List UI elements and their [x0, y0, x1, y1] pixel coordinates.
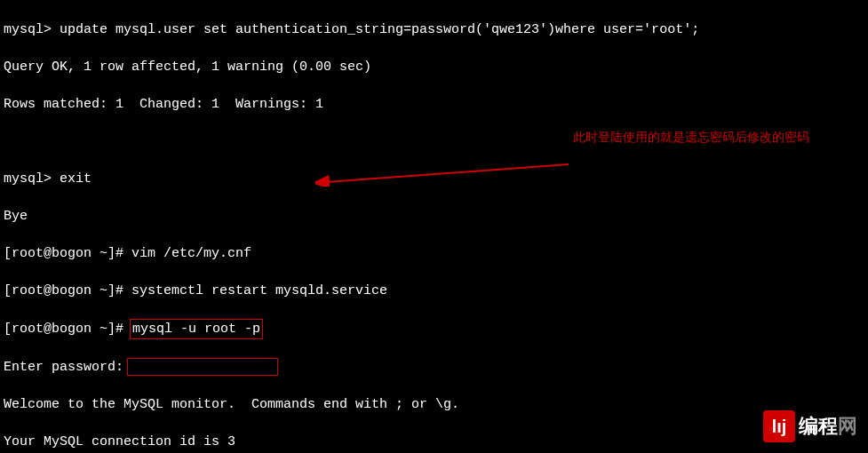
shell-prompt: [root@bogon ~]# — [4, 283, 131, 298]
terminal-line: Bye — [4, 207, 864, 226]
site-logo: lıj 编程网 — [763, 410, 857, 442]
password-prompt: Enter password: — [4, 360, 123, 375]
terminal-line: Welcome to the MySQL monitor. Commands e… — [4, 395, 864, 414]
password-input-highlight — [127, 358, 278, 376]
vim-command: vim /etc/my.cnf — [131, 246, 251, 261]
terminal-line: Rows matched: 1 Changed: 1 Warnings: 1 — [4, 95, 864, 114]
terminal-line: [root@bogon ~]# mysql -u root -p — [4, 319, 864, 339]
terminal-output[interactable]: mysql> update mysql.user set authenticat… — [4, 2, 864, 453]
exit-command: exit — [60, 171, 92, 187]
terminal-line: mysql> exit — [4, 170, 864, 188]
terminal-line: [root@bogon ~]# systemctl restart mysqld… — [4, 282, 864, 300]
terminal-line: [root@bogon ~]# vim /etc/my.cnf — [4, 244, 864, 263]
terminal-line: Enter password: — [4, 358, 864, 377]
logo-icon-text: lıj — [772, 414, 787, 439]
systemctl-command: systemctl restart mysqld.service — [131, 283, 387, 298]
highlighted-command: mysql -u root -p — [130, 319, 263, 339]
mysql-login-command: mysql -u root -p — [132, 322, 260, 337]
mysql-prompt: mysql> — [4, 171, 60, 187]
terminal-line: mysql> update mysql.user set authenticat… — [4, 20, 864, 39]
terminal-line: Your MySQL connection id is 3 — [4, 433, 864, 451]
sql-command: update mysql.user set authentication_str… — [60, 22, 699, 37]
terminal-line: Query OK, 1 row affected, 1 warning (0.0… — [4, 58, 864, 76]
shell-prompt: [root@bogon ~]# — [4, 322, 131, 337]
logo-text: 编程网 — [799, 413, 857, 441]
logo-icon: lıj — [763, 410, 795, 442]
annotation-text: 此时登陆使用的就是遗忘密码后修改的密码 — [573, 129, 809, 147]
mysql-prompt: mysql> — [4, 22, 60, 37]
shell-prompt: [root@bogon ~]# — [4, 246, 131, 261]
